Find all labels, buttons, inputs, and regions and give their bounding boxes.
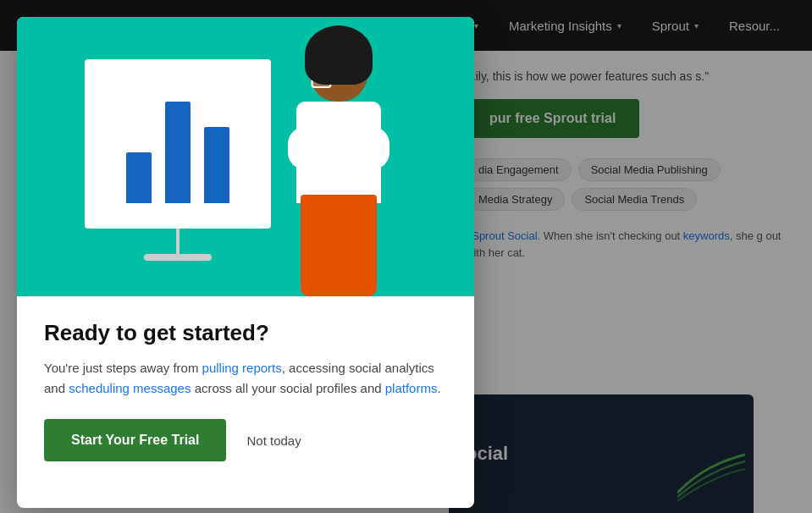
person-hair — [305, 25, 373, 85]
modal-illustration — [17, 17, 474, 296]
platforms-link[interactable]: platforms — [385, 381, 438, 395]
modal-actions: Start Your Free Trial Not today — [44, 419, 447, 461]
chart-board — [85, 59, 271, 229]
not-today-button[interactable]: Not today — [246, 433, 301, 448]
start-trial-button[interactable]: Start Your Free Trial — [44, 419, 226, 461]
person-arms — [288, 127, 389, 169]
bar-1 — [126, 152, 152, 203]
modal-description: You're just steps away from pulling repo… — [44, 358, 447, 399]
bar-3 — [204, 127, 229, 203]
scheduling-link[interactable]: scheduling messages — [69, 381, 191, 395]
chart-illustration — [85, 59, 271, 229]
person-pants — [301, 195, 377, 296]
modal-container: Ready to get started? You're just steps … — [17, 17, 474, 508]
modal-title: Ready to get started? — [44, 320, 447, 346]
bar-2 — [165, 102, 191, 203]
pulling-reports-link[interactable]: pulling reports — [202, 361, 282, 375]
modal-body: Ready to get started? You're just steps … — [17, 296, 474, 482]
person-illustration — [271, 34, 406, 296]
